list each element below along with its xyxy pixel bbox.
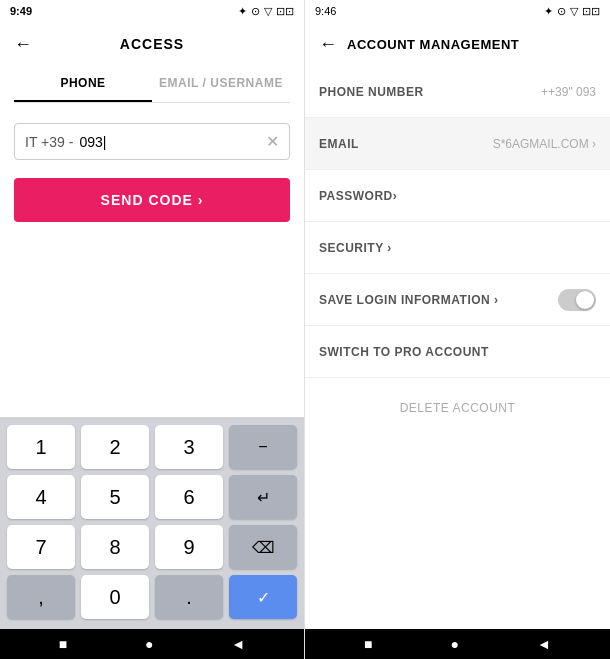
right-nav-triangle[interactable]: ◄ — [537, 636, 551, 652]
keyboard-row-3: 7 8 9 ⌫ — [4, 525, 300, 569]
tab-phone[interactable]: PHONE — [14, 66, 152, 102]
left-top-bar: ← ACCESS — [0, 22, 304, 66]
phone-prefix: IT +39 - — [25, 134, 73, 150]
security-label: SECURITY › — [319, 241, 392, 255]
left-nav-circle[interactable]: ● — [145, 636, 153, 652]
key-minus[interactable]: − — [229, 425, 297, 469]
key-5[interactable]: 5 — [81, 475, 149, 519]
right-time: 9:46 — [315, 5, 336, 17]
phone-number-input[interactable] — [79, 134, 262, 150]
save-login-label: SAVE LOGIN INFORMATION › — [319, 293, 499, 307]
password-label: PASSWORD› — [319, 189, 397, 203]
battery-icon: ⊡⊡ — [276, 5, 294, 18]
key-enter[interactable]: ↵ — [229, 475, 297, 519]
right-bluetooth-icon: ✦ — [544, 5, 553, 18]
setting-security[interactable]: SECURITY › — [305, 222, 610, 274]
left-nav-triangle[interactable]: ◄ — [231, 636, 245, 652]
right-nav-circle[interactable]: ● — [451, 636, 459, 652]
phone-number-label: PHONE NUMBER — [319, 85, 424, 99]
key-0[interactable]: 0 — [81, 575, 149, 619]
left-tabs: PHONE EMAIL / USERNAME — [14, 66, 290, 103]
save-login-toggle[interactable] — [558, 289, 596, 311]
tab-email-username[interactable]: EMAIL / USERNAME — [152, 66, 290, 102]
delete-account-section: DELETE ACCOUNT — [305, 378, 610, 436]
setting-switch-pro[interactable]: SWITCH TO PRO ACCOUNT — [305, 326, 610, 378]
delete-account-button[interactable]: DELETE ACCOUNT — [400, 401, 516, 415]
right-wifi-icon: ⊙ — [557, 5, 566, 18]
right-panel: 9:46 ✦ ⊙ ▽ ⊡⊡ ← ACCOUNT MANAGEMENT PHONE… — [305, 0, 610, 659]
right-bottom-nav: ■ ● ◄ — [305, 629, 610, 659]
wifi-icon: ⊙ — [251, 5, 260, 18]
left-status-bar: 9:49 ✦ ⊙ ▽ ⊡⊡ — [0, 0, 304, 22]
right-top-bar: ← ACCOUNT MANAGEMENT — [305, 22, 610, 66]
left-nav-square[interactable]: ■ — [59, 636, 67, 652]
email-label: EMAIL — [319, 137, 359, 151]
left-page-title: ACCESS — [120, 36, 184, 52]
key-2[interactable]: 2 — [81, 425, 149, 469]
right-page-title: ACCOUNT MANAGEMENT — [347, 37, 519, 52]
phone-input-row: IT +39 - ✕ — [14, 123, 290, 160]
clear-input-icon[interactable]: ✕ — [266, 132, 279, 151]
setting-email[interactable]: EMAIL S*6AGMAIL.COM › — [305, 118, 610, 170]
key-8[interactable]: 8 — [81, 525, 149, 569]
key-confirm[interactable]: ✓ — [229, 575, 297, 619]
phone-input-section: IT +39 - ✕ SEND CODE › — [0, 103, 304, 232]
email-value: S*6AGMAIL.COM › — [493, 137, 596, 151]
left-status-icons: ✦ ⊙ ▽ ⊡⊡ — [238, 5, 294, 18]
switch-pro-label: SWITCH TO PRO ACCOUNT — [319, 345, 489, 359]
key-1[interactable]: 1 — [7, 425, 75, 469]
right-back-button[interactable]: ← — [319, 34, 337, 55]
right-signal-icon: ▽ — [570, 5, 578, 18]
key-6[interactable]: 6 — [155, 475, 223, 519]
left-back-button[interactable]: ← — [14, 34, 32, 55]
phone-number-value: ++39" 093 — [541, 85, 596, 99]
right-battery-icon: ⊡⊡ — [582, 5, 600, 18]
key-comma[interactable]: , — [7, 575, 75, 619]
keyboard-row-1: 1 2 3 − — [4, 425, 300, 469]
setting-phone-number[interactable]: PHONE NUMBER ++39" 093 — [305, 66, 610, 118]
left-time: 9:49 — [10, 5, 32, 17]
left-bottom-nav: ■ ● ◄ — [0, 629, 304, 659]
settings-list: PHONE NUMBER ++39" 093 EMAIL S*6AGMAIL.C… — [305, 66, 610, 659]
setting-save-login[interactable]: SAVE LOGIN INFORMATION › — [305, 274, 610, 326]
keyboard-row-4: , 0 . ✓ — [4, 575, 300, 619]
bluetooth-icon: ✦ — [238, 5, 247, 18]
send-code-button[interactable]: SEND CODE › — [14, 178, 290, 222]
right-nav-square[interactable]: ■ — [364, 636, 372, 652]
keyboard-row-2: 4 5 6 ↵ — [4, 475, 300, 519]
key-dot[interactable]: . — [155, 575, 223, 619]
right-status-bar: 9:46 ✦ ⊙ ▽ ⊡⊡ — [305, 0, 610, 22]
key-7[interactable]: 7 — [7, 525, 75, 569]
signal-icon: ▽ — [264, 5, 272, 18]
setting-password[interactable]: PASSWORD› — [305, 170, 610, 222]
numeric-keyboard: 1 2 3 − 4 5 6 ↵ 7 8 9 ⌫ , 0 . ✓ — [0, 417, 304, 629]
right-status-icons: ✦ ⊙ ▽ ⊡⊡ — [544, 5, 600, 18]
key-9[interactable]: 9 — [155, 525, 223, 569]
left-panel: 9:49 ✦ ⊙ ▽ ⊡⊡ ← ACCESS PHONE EMAIL / USE… — [0, 0, 305, 659]
key-3[interactable]: 3 — [155, 425, 223, 469]
key-backspace[interactable]: ⌫ — [229, 525, 297, 569]
key-4[interactable]: 4 — [7, 475, 75, 519]
